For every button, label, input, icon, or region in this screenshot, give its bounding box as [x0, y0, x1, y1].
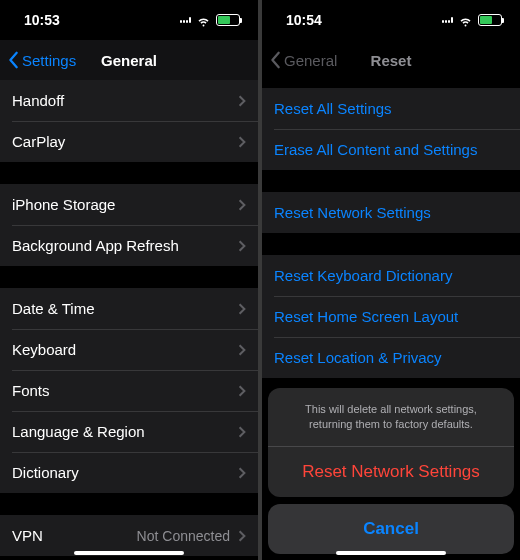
battery-icon	[478, 14, 502, 26]
row-label: Reset Location & Privacy	[274, 349, 442, 366]
row-handoff[interactable]: Handoff	[0, 80, 258, 121]
chevron-right-icon	[238, 384, 246, 398]
row-label: Language & Region	[12, 423, 145, 440]
settings-list: Handoff CarPlay iPhone Storage Backgroun…	[0, 80, 258, 560]
sheet-message: This will delete all network settings, r…	[268, 388, 514, 446]
wifi-icon	[458, 13, 473, 28]
row-label: VPN	[12, 527, 43, 544]
back-button[interactable]: Settings	[8, 51, 76, 69]
row-lang-region[interactable]: Language & Region	[0, 411, 258, 452]
page-title: General	[101, 52, 157, 69]
row-label: Dictionary	[12, 464, 79, 481]
chevron-left-icon	[8, 51, 20, 69]
row-label: Background App Refresh	[12, 237, 179, 254]
row-label: iPhone Storage	[12, 196, 115, 213]
row-reset-location[interactable]: Reset Location & Privacy	[262, 337, 520, 378]
chevron-right-icon	[238, 529, 246, 543]
row-reset-home[interactable]: Reset Home Screen Layout	[262, 296, 520, 337]
sheet-body: This will delete all network settings, r…	[268, 388, 514, 497]
row-label: Erase All Content and Settings	[274, 141, 477, 158]
vpn-status: Not Connected	[137, 528, 230, 544]
home-indicator[interactable]	[336, 551, 446, 555]
row-label: Reset Network Settings	[274, 204, 431, 221]
row-date-time[interactable]: Date & Time	[0, 288, 258, 329]
row-keyboard[interactable]: Keyboard	[0, 329, 258, 370]
clock: 10:54	[286, 12, 322, 28]
action-sheet: This will delete all network settings, r…	[262, 388, 520, 560]
chevron-right-icon	[238, 425, 246, 439]
phone-reset: 10:54 General Reset Reset All Settings E…	[262, 0, 520, 560]
row-label: Reset Keyboard Dictionary	[274, 267, 452, 284]
nav-bar: General Reset	[262, 40, 520, 80]
chevron-right-icon	[238, 302, 246, 316]
row-fonts[interactable]: Fonts	[0, 370, 258, 411]
status-right	[180, 13, 240, 28]
row-label: Reset Home Screen Layout	[274, 308, 458, 325]
battery-icon	[216, 14, 240, 26]
sheet-cancel-button[interactable]: Cancel	[268, 504, 514, 554]
row-erase-all[interactable]: Erase All Content and Settings	[262, 129, 520, 170]
row-reset-all[interactable]: Reset All Settings	[262, 88, 520, 129]
row-vpn[interactable]: VPNNot Connected	[0, 515, 258, 556]
signal-icon	[180, 17, 191, 23]
chevron-right-icon	[238, 198, 246, 212]
nav-bar: Settings General	[0, 40, 258, 80]
row-dictionary[interactable]: Dictionary	[0, 452, 258, 493]
status-right	[442, 13, 502, 28]
row-reset-network[interactable]: Reset Network Settings	[262, 192, 520, 233]
status-bar: 10:54	[262, 0, 520, 40]
row-label: Keyboard	[12, 341, 76, 358]
back-label: General	[284, 52, 337, 69]
reset-list: Reset All Settings Erase All Content and…	[262, 80, 520, 378]
row-label: CarPlay	[12, 133, 65, 150]
status-bar: 10:53	[0, 0, 258, 40]
wifi-icon	[196, 13, 211, 28]
row-iphone-storage[interactable]: iPhone Storage	[0, 184, 258, 225]
back-button[interactable]: General	[270, 51, 337, 69]
sheet-action-button[interactable]: Reset Network Settings	[268, 447, 514, 497]
signal-icon	[442, 17, 453, 23]
chevron-right-icon	[238, 94, 246, 108]
row-label: Handoff	[12, 92, 64, 109]
chevron-right-icon	[238, 343, 246, 357]
back-label: Settings	[22, 52, 76, 69]
row-label: Reset All Settings	[274, 100, 392, 117]
clock: 10:53	[24, 12, 60, 28]
chevron-right-icon	[238, 135, 246, 149]
chevron-left-icon	[270, 51, 282, 69]
row-label: Fonts	[12, 382, 50, 399]
chevron-right-icon	[238, 239, 246, 253]
phone-general: 10:53 Settings General Handoff CarPlay i…	[0, 0, 258, 560]
row-label: Date & Time	[12, 300, 95, 317]
row-bg-refresh[interactable]: Background App Refresh	[0, 225, 258, 266]
page-title: Reset	[371, 52, 412, 69]
chevron-right-icon	[238, 466, 246, 480]
row-carplay[interactable]: CarPlay	[0, 121, 258, 162]
home-indicator[interactable]	[74, 551, 184, 555]
row-reset-keyboard[interactable]: Reset Keyboard Dictionary	[262, 255, 520, 296]
